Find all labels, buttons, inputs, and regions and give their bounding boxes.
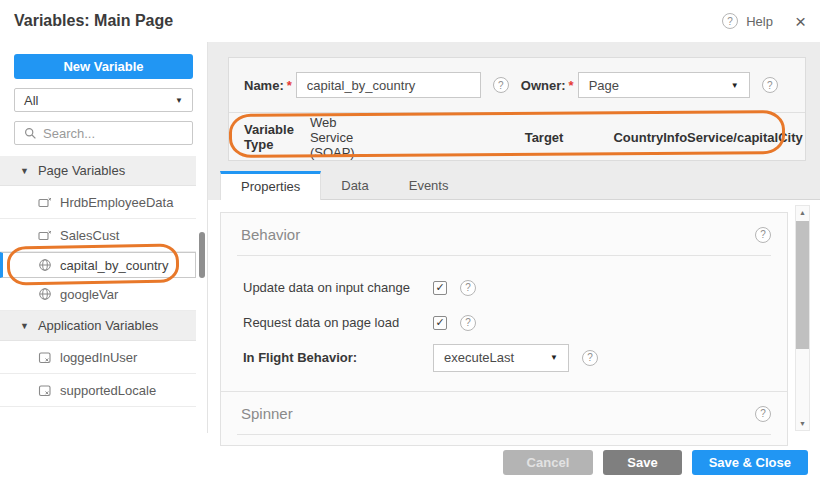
target-value: CountryInfoService/capitalCity bbox=[613, 130, 802, 145]
close-icon[interactable]: × bbox=[795, 12, 806, 31]
web-service-icon bbox=[38, 258, 52, 272]
tree-section-page-variables[interactable]: ▼ Page Variables bbox=[0, 156, 196, 186]
tab-properties[interactable]: Properties bbox=[220, 171, 321, 200]
properties-panel: Behavior ? Update data on input change ✓… bbox=[208, 200, 820, 433]
cancel-button[interactable]: Cancel bbox=[503, 450, 594, 475]
scroll-up-icon[interactable]: ▲ bbox=[799, 206, 806, 219]
name-label: Name: bbox=[244, 78, 284, 93]
tab-events[interactable]: Events bbox=[389, 171, 469, 200]
properties-sections-card: Behavior ? Update data on input change ✓… bbox=[220, 212, 788, 446]
content-area: Name: * ? Owner: * Page ▼ ? Variable Typ… bbox=[208, 42, 820, 433]
tree-item-label: capital_by_country bbox=[60, 258, 168, 273]
required-marker: * bbox=[287, 78, 292, 93]
search-box bbox=[14, 121, 193, 145]
model-variable-icon bbox=[38, 384, 52, 397]
help-icon[interactable]: ? bbox=[722, 13, 738, 29]
dialog-header: Variables: Main Page ? Help × bbox=[0, 0, 820, 42]
tree-item-label: SalesCust bbox=[60, 228, 119, 243]
behavior-section-header: Behavior ? bbox=[221, 213, 787, 255]
variable-filter-select[interactable]: All ▼ bbox=[14, 88, 193, 112]
spinner-title: Spinner bbox=[241, 405, 293, 422]
spinner-section-header: Spinner ? bbox=[221, 392, 787, 434]
triangle-down-icon: ▼ bbox=[20, 321, 29, 331]
chevron-down-icon: ▼ bbox=[175, 96, 183, 105]
live-variable-icon bbox=[38, 196, 52, 209]
tree-item-salescust[interactable]: SalesCust bbox=[0, 219, 196, 252]
owner-value: Page bbox=[589, 78, 619, 93]
help-link[interactable]: Help bbox=[746, 14, 773, 29]
tree-section-label: Page Variables bbox=[38, 163, 125, 178]
dialog-body: New Variable All ▼ ▼ Page Variables bbox=[0, 42, 820, 433]
page-title: Variables: Main Page bbox=[14, 12, 173, 30]
save-button[interactable]: Save bbox=[603, 450, 681, 475]
target-label: Target bbox=[525, 130, 564, 145]
behavior-help-icon[interactable]: ? bbox=[755, 227, 771, 243]
tree-item-hrdbemployeedata[interactable]: HrdbEmployeeData bbox=[0, 186, 196, 219]
scrollbar-thumb[interactable] bbox=[796, 221, 809, 349]
triangle-down-icon: ▼ bbox=[20, 166, 29, 176]
tab-data[interactable]: Data bbox=[321, 171, 388, 200]
required-marker: * bbox=[569, 78, 574, 93]
tree-item-label: loggedInUser bbox=[60, 350, 137, 365]
behavior-title: Behavior bbox=[241, 226, 300, 243]
save-and-close-button[interactable]: Save & Close bbox=[692, 450, 808, 475]
variable-tree: ▼ Page Variables HrdbEmployeeData bbox=[0, 156, 196, 407]
check-icon: ✓ bbox=[435, 281, 444, 294]
row-in-flight-behavior: In Flight Behavior: executeLast ▼ ? bbox=[243, 340, 787, 375]
request-data-help-icon[interactable]: ? bbox=[460, 315, 476, 331]
in-flight-behavior-select[interactable]: executeLast ▼ bbox=[433, 344, 569, 372]
row-request-data-on-page-load: Request data on page load ✓ ? bbox=[243, 305, 787, 340]
owner-help-icon[interactable]: ? bbox=[762, 77, 778, 93]
model-variable-icon bbox=[38, 351, 52, 364]
tree-item-label: googleVar bbox=[60, 287, 118, 302]
update-data-checkbox[interactable]: ✓ bbox=[433, 281, 447, 295]
tree-item-supportedlocale[interactable]: supportedLocale bbox=[0, 374, 196, 407]
tree-section-label: Application Variables bbox=[38, 318, 158, 333]
variable-type-label: Variable Type bbox=[244, 122, 294, 152]
tab-bar: Properties Data Events bbox=[220, 171, 820, 200]
chevron-down-icon: ▼ bbox=[550, 353, 558, 362]
web-service-icon bbox=[38, 287, 52, 301]
spinner-help-icon[interactable]: ? bbox=[755, 406, 771, 422]
new-variable-button[interactable]: New Variable bbox=[14, 54, 193, 79]
name-input[interactable] bbox=[296, 72, 481, 98]
variable-summary-card: Name: * ? Owner: * Page ▼ ? Variable Typ… bbox=[228, 57, 806, 161]
chevron-down-icon: ▼ bbox=[731, 81, 739, 90]
tree-item-capital-by-country[interactable]: capital_by_country bbox=[0, 252, 196, 278]
panel-scrollbar[interactable]: ▲ ▼ bbox=[795, 205, 810, 431]
tree-item-googlevar[interactable]: googleVar bbox=[0, 278, 196, 311]
request-data-checkbox[interactable]: ✓ bbox=[433, 316, 447, 330]
scroll-down-icon[interactable]: ▼ bbox=[799, 417, 806, 430]
tree-item-label: HrdbEmployeeData bbox=[60, 195, 173, 210]
sidebar: New Variable All ▼ ▼ Page Variables bbox=[0, 42, 208, 433]
search-input[interactable] bbox=[43, 126, 219, 141]
tree-item-label: supportedLocale bbox=[60, 383, 156, 398]
live-variable-icon bbox=[38, 229, 52, 242]
in-flight-behavior-value: executeLast bbox=[444, 350, 514, 365]
variables-dialog: Variables: Main Page ? Help × New Variab… bbox=[0, 0, 820, 489]
owner-select[interactable]: Page ▼ bbox=[578, 72, 750, 98]
owner-label: Owner: bbox=[521, 78, 566, 93]
variable-filter-value: All bbox=[24, 93, 38, 108]
sidebar-scrollbar[interactable] bbox=[199, 232, 205, 278]
row-update-data-on-input-change: Update data on input change ✓ ? bbox=[243, 270, 787, 305]
in-flight-help-icon[interactable]: ? bbox=[582, 350, 598, 366]
variable-type-value: Web Service (SOAP) bbox=[310, 115, 355, 160]
tree-item-loggedinuser[interactable]: loggedInUser bbox=[0, 341, 196, 374]
name-help-icon[interactable]: ? bbox=[493, 77, 509, 93]
update-data-label: Update data on input change bbox=[243, 280, 433, 295]
in-flight-behavior-label: In Flight Behavior: bbox=[243, 350, 433, 365]
search-icon bbox=[24, 127, 37, 140]
update-data-help-icon[interactable]: ? bbox=[460, 280, 476, 296]
request-data-label: Request data on page load bbox=[243, 315, 433, 330]
tree-section-application-variables[interactable]: ▼ Application Variables bbox=[0, 311, 196, 341]
check-icon: ✓ bbox=[435, 316, 444, 329]
